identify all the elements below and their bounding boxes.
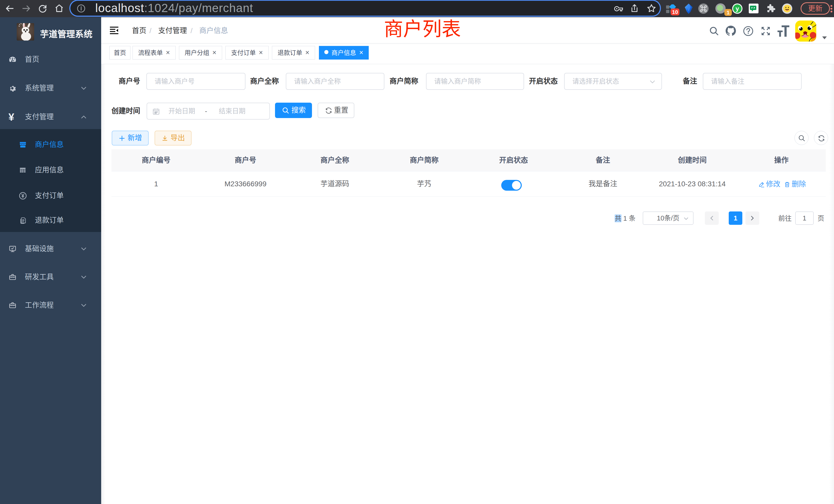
svg-text:y: y (736, 5, 739, 12)
